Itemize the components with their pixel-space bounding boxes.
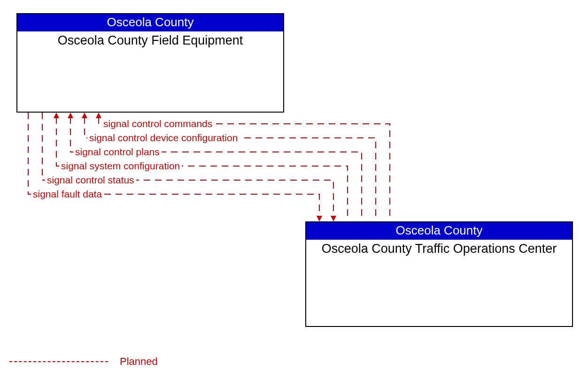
legend-label-planned: Planned <box>120 356 158 368</box>
svg-marker-4 <box>331 216 336 221</box>
flow-label-signal-system-configuration: signal system configuration <box>59 160 182 172</box>
svg-marker-5 <box>317 216 322 221</box>
node-field-equipment-title: Osceola County Field Equipment <box>17 31 283 48</box>
legend-line-planned <box>9 361 108 362</box>
node-traffic-ops-center-header: Osceola County <box>306 222 572 240</box>
svg-marker-1 <box>82 113 87 118</box>
flow-label-signal-control-commands: signal control commands <box>101 118 214 129</box>
svg-marker-2 <box>68 113 73 118</box>
flow-label-signal-control-status: signal control status <box>45 174 136 186</box>
node-field-equipment-header: Osceola County <box>17 14 283 31</box>
svg-marker-3 <box>54 113 59 118</box>
node-traffic-ops-center: Osceola County Osceola County Traffic Op… <box>305 221 573 327</box>
flow-label-signal-fault-data: signal fault data <box>31 189 104 200</box>
svg-marker-0 <box>96 113 101 118</box>
flow-label-signal-control-device-configuration: signal control device configuration <box>87 132 240 144</box>
flow-label-signal-control-plans: signal control plans <box>73 146 162 158</box>
node-field-equipment: Osceola County Osceola County Field Equi… <box>16 13 284 113</box>
node-traffic-ops-center-title: Osceola County Traffic Operations Center <box>306 240 572 256</box>
